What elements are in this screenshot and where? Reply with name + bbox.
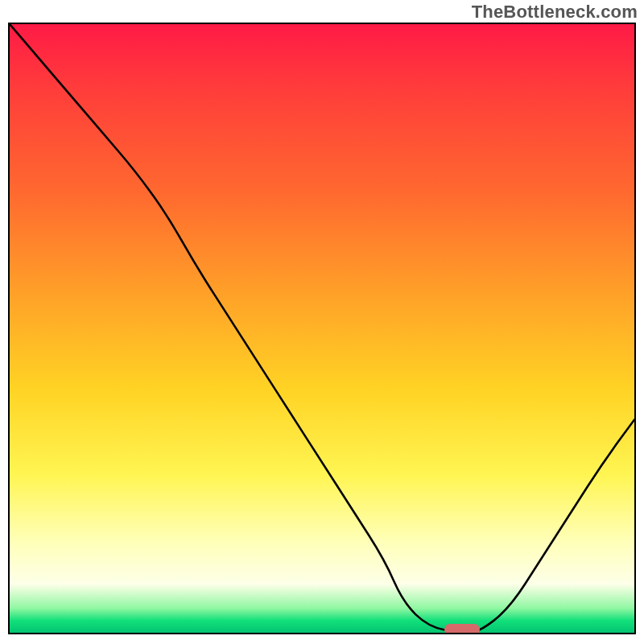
optimal-marker (444, 624, 480, 634)
bottleneck-curve (10, 24, 634, 633)
plot-frame (8, 23, 636, 634)
chart-container: TheBottleneck.com (0, 0, 644, 644)
watermark-label: TheBottleneck.com (472, 2, 638, 23)
